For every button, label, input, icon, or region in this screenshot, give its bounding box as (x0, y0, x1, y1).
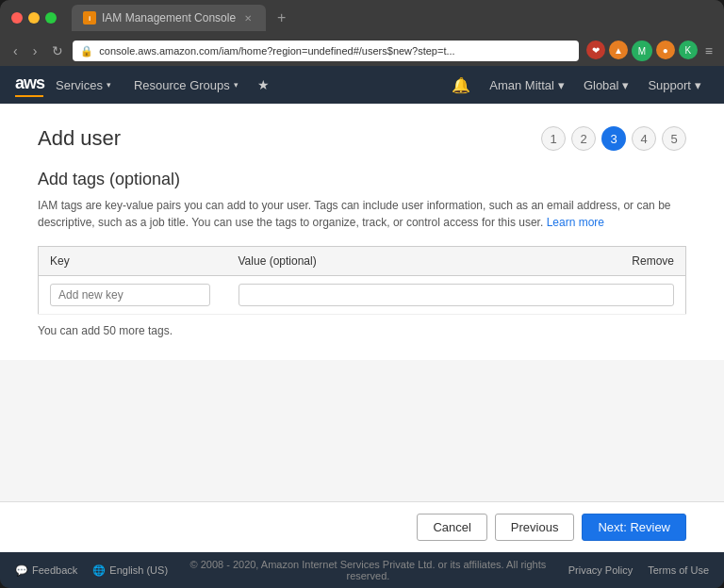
key-column-header: Key (39, 247, 227, 276)
language-label: English (US) (109, 564, 168, 576)
content-area: Add user 1 2 3 4 5 Add tags (optional) I… (0, 104, 724, 360)
feedback-item[interactable]: 💬 Feedback (15, 564, 77, 577)
url-text: console.aws.amazon.com/iam/home?region=u… (99, 45, 570, 57)
username-label: Aman Mittal (489, 78, 554, 92)
services-label: Services (56, 78, 103, 92)
services-menu[interactable]: Services ▾ (44, 66, 123, 104)
services-caret: ▾ (107, 80, 111, 90)
new-tag-row (39, 276, 686, 315)
favorites-icon[interactable]: ★ (250, 77, 277, 92)
region-label: Global (584, 78, 619, 92)
section-description: IAM tags are key-value pairs you can add… (38, 197, 686, 231)
privacy-policy-link[interactable]: Privacy Policy (568, 564, 633, 576)
ext-k-icon[interactable]: K (679, 41, 698, 59)
ext-orange-icon[interactable]: ▲ (609, 41, 628, 59)
learn-more-link[interactable]: Learn more (547, 216, 604, 229)
step-2: 2 (571, 126, 596, 151)
ext-green-icon[interactable]: M (632, 41, 652, 61)
notifications-icon[interactable]: 🔔 (444, 76, 478, 94)
navbar: ‹ › ↻ 🔒 console.aws.amazon.com/iam/home?… (0, 36, 724, 66)
resource-groups-caret: ▾ (234, 80, 239, 90)
app-window: i IAM Management Console ✕ + ‹ › ↻ 🔒 con… (0, 0, 724, 588)
aws-header: aws Services ▾ Resource Groups ▾ ★ 🔔 Ama… (0, 66, 724, 104)
language-item[interactable]: 🌐 English (US) (92, 564, 168, 577)
ext-circle-icon[interactable]: ● (656, 41, 675, 59)
step-4: 4 (632, 126, 656, 151)
user-menu[interactable]: Aman Mittal ▾ (482, 66, 572, 104)
aws-nav: Services ▾ Resource Groups ▾ ★ (44, 66, 444, 104)
support-caret: ▾ (695, 78, 701, 92)
new-tab-button[interactable]: + (272, 9, 291, 26)
address-bar[interactable]: 🔒 console.aws.amazon.com/iam/home?region… (73, 41, 578, 61)
step-5: 5 (662, 126, 686, 151)
maximize-button[interactable] (45, 12, 57, 24)
reload-button[interactable]: ↻ (46, 40, 69, 62)
new-value-input[interactable] (239, 284, 675, 306)
main-content: Add user 1 2 3 4 5 Add tags (optional) I… (0, 104, 724, 552)
feedback-icon: 💬 (15, 564, 28, 577)
lock-icon: 🔒 (80, 45, 93, 57)
feedback-label: Feedback (32, 564, 77, 576)
browser-menu-icon[interactable]: ≡ (701, 43, 716, 58)
footer-left: 💬 Feedback 🌐 English (US) (15, 564, 168, 577)
region-caret: ▾ (622, 78, 629, 92)
aws-logo[interactable]: aws (15, 74, 44, 97)
aws-header-right: 🔔 Aman Mittal ▾ Global ▾ Support ▾ (444, 66, 709, 104)
close-button[interactable] (11, 12, 23, 24)
ext-red-icon[interactable]: ❤ (586, 41, 605, 59)
next-review-button[interactable]: Next: Review (582, 514, 686, 541)
support-label: Support (648, 78, 691, 92)
tab-close-button[interactable]: ✕ (241, 11, 255, 24)
step-3: 3 (601, 126, 626, 151)
step-indicator: 1 2 3 4 5 (541, 126, 686, 151)
tab-bar: i IAM Management Console ✕ + (72, 5, 713, 31)
support-menu[interactable]: Support ▾ (640, 66, 709, 104)
action-bar: Cancel Previous Next: Review (0, 502, 724, 552)
value-column-header: Value (optional) (227, 247, 611, 276)
footer-copyright: © 2008 - 2020, Amazon Internet Services … (168, 559, 568, 581)
tags-note: You can add 50 more tags. (38, 324, 686, 337)
aws-logo-text: aws (15, 74, 44, 93)
titlebar: i IAM Management Console ✕ + (0, 0, 724, 36)
spacer (0, 360, 724, 501)
active-tab[interactable]: i IAM Management Console ✕ (72, 5, 266, 31)
tags-table-header: Key Value (optional) Remove (39, 247, 686, 276)
resource-groups-menu[interactable]: Resource Groups ▾ (123, 66, 250, 104)
section-title: Add tags (optional) (38, 170, 686, 189)
globe-icon: 🌐 (92, 564, 106, 577)
user-caret: ▾ (558, 78, 565, 92)
tab-favicon: i (83, 11, 96, 24)
forward-button[interactable]: › (27, 40, 43, 62)
remove-column-header: Remove (611, 247, 686, 276)
browser-extensions: ❤ ▲ M ● K (586, 41, 698, 61)
tags-table-body (39, 276, 686, 315)
aws-logo-underline (15, 95, 43, 97)
minimize-button[interactable] (28, 12, 40, 24)
new-key-input[interactable] (50, 284, 210, 306)
new-value-cell (227, 276, 686, 315)
footer: 💬 Feedback 🌐 English (US) © 2008 - 2020,… (0, 552, 724, 588)
step-1: 1 (541, 126, 566, 151)
tab-title: IAM Management Console (102, 11, 236, 24)
terms-of-use-link[interactable]: Terms of Use (648, 564, 709, 576)
back-button[interactable]: ‹ (8, 40, 24, 62)
resource-groups-label: Resource Groups (134, 78, 230, 92)
page-header: Add user 1 2 3 4 5 (38, 126, 686, 151)
tags-table: Key Value (optional) Remove (38, 246, 686, 315)
page-title: Add user (38, 126, 121, 151)
new-key-cell (39, 276, 227, 315)
traffic-lights (11, 12, 57, 24)
previous-button[interactable]: Previous (495, 514, 575, 541)
region-menu[interactable]: Global ▾ (576, 66, 637, 104)
footer-right: Privacy Policy Terms of Use (568, 564, 709, 576)
cancel-button[interactable]: Cancel (417, 514, 486, 541)
